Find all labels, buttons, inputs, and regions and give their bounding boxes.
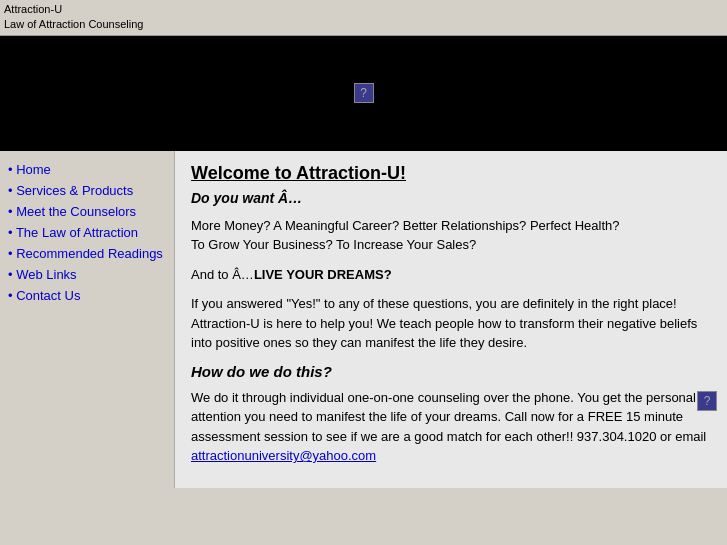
para3: And to Â…LIVE YOUR DREAMS? xyxy=(191,265,711,285)
main-layout: • Home• Services & Products• Meet the Co… xyxy=(0,151,727,488)
how-heading: How do we do this? xyxy=(191,363,711,380)
nav-item[interactable]: • Web Links xyxy=(0,264,174,285)
app-title-line1: Attraction-U xyxy=(4,2,723,17)
app-title-line2: Law of Attraction Counseling xyxy=(4,17,723,32)
tagline: Do you want Â… xyxy=(191,190,711,206)
title-bar: Attraction-U Law of Attraction Counselin… xyxy=(0,0,727,36)
banner: ? xyxy=(0,36,727,151)
para4: If you answered "Yes!" to any of these q… xyxy=(191,294,711,353)
sidebar: • Home• Services & Products• Meet the Co… xyxy=(0,151,175,488)
email-link[interactable]: attractionuniversity@yahoo.com xyxy=(191,448,376,463)
nav-item[interactable]: • Contact Us xyxy=(0,285,174,306)
nav-item[interactable]: • Meet the Counselors xyxy=(0,201,174,222)
side-placeholder-icon: ? xyxy=(697,391,717,411)
page-heading: Welcome to Attraction-U! xyxy=(191,163,711,184)
nav-item[interactable]: • Home xyxy=(0,159,174,180)
para5: We do it through individual one-on-one c… xyxy=(191,388,711,466)
banner-placeholder-icon: ? xyxy=(354,83,374,103)
nav-item[interactable]: • The Law of Attraction xyxy=(0,222,174,243)
nav-item[interactable]: • Services & Products xyxy=(0,180,174,201)
nav-item[interactable]: • Recommended Readings xyxy=(0,243,174,264)
content-area: Welcome to Attraction-U! Do you want Â… … xyxy=(175,151,727,488)
para1: More Money? A Meaningful Career? Better … xyxy=(191,216,711,255)
